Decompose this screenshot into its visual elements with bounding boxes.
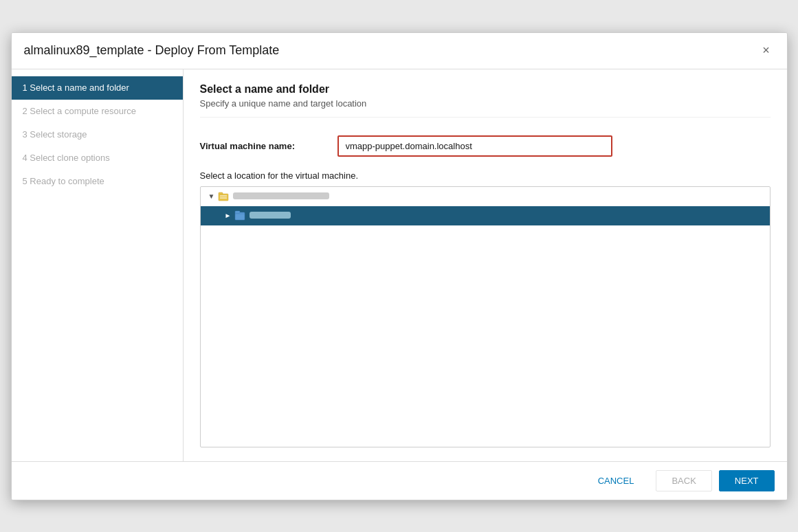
next-button[interactable]: NEXT	[719, 470, 775, 491]
close-button[interactable]: ×	[758, 43, 775, 59]
tree-toggle-child[interactable]: ►	[223, 210, 234, 221]
svg-rect-1	[219, 192, 223, 195]
sidebar-item-step3: 3 Select storage	[12, 123, 183, 146]
sidebar-item-step1[interactable]: 1 Select a name and folder	[12, 76, 183, 100]
tree-child-label	[250, 210, 291, 221]
deploy-modal: almalinux89_template - Deploy From Templ…	[11, 32, 788, 500]
modal-overlay: almalinux89_template - Deploy From Templ…	[0, 0, 798, 532]
datacenter-child-icon	[234, 210, 246, 222]
back-button[interactable]: BACK	[656, 470, 711, 491]
main-content: Select a name and folder Specify a uniqu…	[184, 69, 787, 461]
tree-root-label	[233, 191, 329, 201]
tree-child-blur-label	[250, 212, 291, 219]
svg-rect-2	[220, 195, 227, 197]
svg-rect-5	[235, 211, 240, 213]
wizard-sidebar: 1 Select a name and folder 2 Select a co…	[12, 69, 184, 461]
tree-root-blur-label	[233, 192, 329, 199]
svg-rect-3	[220, 197, 227, 199]
modal-header: almalinux89_template - Deploy From Templ…	[12, 33, 787, 69]
vm-name-row: Virtual machine name:	[200, 135, 771, 157]
modal-title: almalinux89_template - Deploy From Templ…	[24, 43, 280, 58]
modal-body: 1 Select a name and folder 2 Select a co…	[12, 69, 787, 461]
location-label: Select a location for the virtual machin…	[200, 170, 771, 181]
tree-child-row[interactable]: ►	[201, 206, 770, 225]
datacenter-icon	[217, 190, 230, 203]
vm-name-label: Virtual machine name:	[200, 141, 337, 151]
sidebar-item-step4: 4 Select clone options	[12, 146, 183, 170]
tree-root-row[interactable]: ▼	[201, 187, 770, 206]
vm-name-input[interactable]	[337, 135, 612, 157]
modal-footer: CANCEL BACK NEXT	[12, 461, 787, 500]
sidebar-item-step2: 2 Select a compute resource	[12, 100, 183, 123]
cancel-button[interactable]: CANCEL	[583, 471, 650, 491]
location-tree[interactable]: ▼	[200, 186, 771, 447]
step-subtitle: Specify a unique name and target locatio…	[200, 98, 771, 118]
step-title: Select a name and folder	[200, 83, 771, 96]
tree-toggle-root[interactable]: ▼	[206, 191, 217, 202]
sidebar-item-step5: 5 Ready to complete	[12, 170, 183, 193]
svg-rect-4	[235, 212, 245, 220]
